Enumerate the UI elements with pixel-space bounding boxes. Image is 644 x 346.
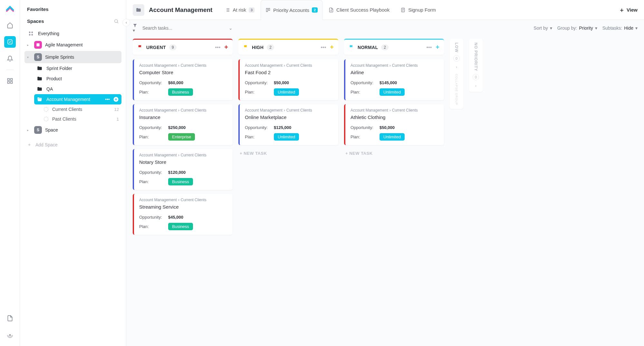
docs-icon[interactable] (4, 312, 16, 324)
svg-point-9 (29, 34, 30, 35)
subtasks-control[interactable]: Subtasks: Hide ▾ (602, 25, 638, 31)
list-past-clients[interactable]: Past Clients1 (41, 114, 121, 124)
field-label: Plan: (139, 224, 168, 229)
opportunity-value: $125,000 (274, 125, 291, 130)
collapse-group-label: COLLAPSE GROUP (455, 74, 458, 105)
task-card[interactable]: Account Management›Current Clients Fast … (238, 59, 338, 100)
breadcrumb: Account Management›Current Clients (351, 108, 439, 113)
chevron-down-icon[interactable]: ⌄ (229, 25, 233, 31)
board-column: NORMAL 2 ••• + Account Management›Curren… (344, 39, 444, 158)
flag-icon (137, 44, 143, 50)
task-card[interactable]: Account Management›Current Clients Notar… (133, 149, 233, 190)
space-label: Agile Management (45, 42, 119, 47)
group-by-control[interactable]: Group by: Priority ▾ (557, 25, 597, 31)
new-task-button[interactable]: + NEW TASK (344, 149, 444, 158)
board-column: URGENT 9 ••• + Account Management›Curren… (133, 39, 233, 239)
home-icon[interactable] (4, 19, 16, 31)
plus-icon: ＋ (619, 6, 625, 14)
folder-icon (37, 65, 43, 71)
tab-at-risk[interactable]: At risk 3 (220, 0, 259, 20)
task-card[interactable]: Account Management›Current Clients Airli… (344, 59, 444, 100)
column-count: 0 (473, 74, 479, 80)
folder-open-icon (37, 96, 43, 102)
field-label: Opportunity: (139, 170, 168, 175)
folder-product[interactable]: Product (34, 74, 121, 84)
board: URGENT 9 ••• + Account Management›Curren… (126, 36, 644, 346)
search-icon[interactable] (114, 19, 119, 24)
field-label: Opportunity: (245, 80, 274, 85)
list-dot-icon (44, 107, 48, 112)
caret-icon: ▸ (27, 128, 31, 132)
space-avatar: S (34, 53, 42, 61)
list-current-clients[interactable]: Current Clients12 (41, 104, 121, 114)
dashboards-icon[interactable] (4, 75, 16, 87)
column-title: HIGH (252, 45, 264, 50)
favorites-heading: Favorites (24, 6, 121, 12)
sort-by-control[interactable]: Sort by ▾ (533, 25, 552, 31)
svg-rect-4 (10, 82, 12, 84)
column-title: NORMAL (358, 45, 378, 50)
app-logo[interactable] (5, 4, 15, 14)
svg-point-8 (32, 32, 33, 33)
collapsed-column[interactable]: LOW 0 › COLLAPSE GROUP (450, 39, 463, 109)
collapsed-column[interactable]: NO PRIORITY 0 › (469, 39, 483, 92)
add-icon[interactable] (113, 96, 119, 102)
svg-rect-14 (269, 8, 270, 11)
space-agile[interactable]: ▸ Agile Management (24, 39, 121, 51)
add-task-icon[interactable]: + (224, 44, 228, 51)
folder-qa[interactable]: QA (34, 84, 121, 94)
more-icon[interactable]: ••• (321, 44, 326, 50)
folder-account-management[interactable]: Account Management ••• (34, 94, 121, 104)
task-card[interactable]: Account Management›Current Clients Strea… (133, 194, 233, 235)
everything-icon (27, 31, 35, 36)
new-task-button[interactable]: + NEW TASK (238, 149, 338, 158)
more-icon[interactable]: ••• (105, 97, 110, 102)
add-space-button[interactable]: ＋ Add Space (24, 139, 121, 151)
collapse-sidebar-button[interactable]: ‹ (122, 19, 130, 26)
opportunity-value: $50,000 (274, 80, 289, 85)
task-card[interactable]: Account Management›Current Clients Athle… (344, 104, 444, 145)
opportunity-value: $45,000 (168, 215, 183, 220)
everything-item[interactable]: Everything (24, 28, 121, 39)
plan-badge: Unlimited (274, 133, 299, 141)
add-task-icon[interactable]: + (330, 44, 334, 51)
field-label: Plan: (139, 179, 168, 184)
doc-icon (329, 7, 334, 13)
search-input[interactable] (142, 25, 207, 31)
space-other[interactable]: ▸ S Space (24, 124, 121, 136)
board-column: HIGH 2 ••• + Account Management›Current … (238, 39, 338, 158)
svg-rect-3 (7, 82, 9, 84)
tasks-icon[interactable] (4, 36, 16, 48)
svg-rect-13 (266, 8, 268, 12)
space-simple-sprints[interactable]: ▾ S Simple Sprints (24, 51, 121, 63)
card-title: Notary Store (139, 159, 227, 165)
topbar: Account Management At risk 3 Priority Ac… (126, 0, 644, 20)
folder-sprint[interactable]: Sprint Folder (34, 63, 121, 74)
tab-priority-accounts[interactable]: Priority Accounts 2 (261, 0, 322, 20)
filter-icon[interactable]: ▾ (133, 23, 137, 33)
add-view-button[interactable]: ＋ View (619, 6, 638, 14)
add-task-icon[interactable]: + (436, 44, 439, 51)
notifications-icon[interactable] (4, 53, 16, 64)
field-label: Opportunity: (245, 125, 274, 130)
svg-rect-11 (36, 43, 39, 46)
task-card[interactable]: Account Management›Current Clients Onlin… (238, 104, 338, 145)
column-count: 0 (453, 55, 460, 62)
task-card[interactable]: Account Management›Current Clients Insur… (133, 104, 233, 145)
plan-badge: Unlimited (380, 133, 405, 141)
task-card[interactable]: Account Management›Current Clients Compu… (133, 59, 233, 100)
pulse-icon[interactable] (4, 329, 16, 341)
form-icon (400, 7, 406, 13)
divider (6, 70, 14, 70)
field-label: Plan: (351, 90, 380, 94)
tab-signup-form[interactable]: Signup Form (396, 0, 441, 20)
tab-client-success[interactable]: Client Success Playbook (324, 0, 394, 20)
opportunity-value: $60,000 (168, 80, 183, 85)
more-icon[interactable]: ••• (427, 44, 432, 50)
field-label: Opportunity: (351, 80, 380, 85)
more-icon[interactable]: ••• (215, 44, 221, 50)
card-title: Airline (351, 70, 439, 75)
space-avatar (34, 41, 42, 49)
card-title: Insurance (139, 114, 227, 120)
field-label: Opportunity: (139, 80, 168, 85)
